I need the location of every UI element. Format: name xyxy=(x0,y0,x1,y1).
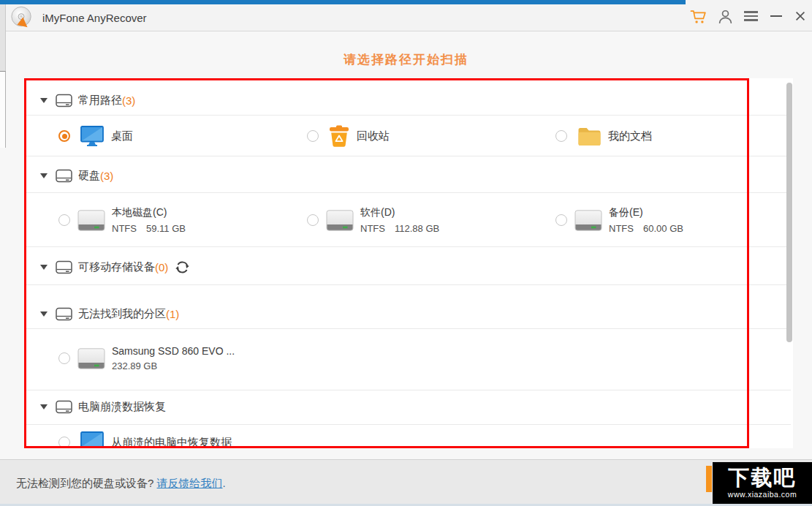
section-header-crash-recovery[interactable]: 电脑崩溃数据恢复 xyxy=(40,396,166,418)
path-item-recycle-bin[interactable]: 回收站 xyxy=(307,124,390,148)
drive-outline-icon xyxy=(56,307,72,321)
drive-outline-icon xyxy=(56,94,72,107)
drive-meta: NTFS59.11 GB xyxy=(112,223,186,234)
hdd-icon xyxy=(77,348,105,369)
divider xyxy=(26,390,791,390)
radio-recycle-bin[interactable] xyxy=(307,130,319,142)
hidden-button-sliver xyxy=(706,466,712,492)
item-label: 我的文档 xyxy=(608,129,652,143)
divider xyxy=(26,156,791,156)
drive-name: 备份(E) xyxy=(609,206,683,219)
watermark-title: 下载吧 xyxy=(729,467,797,488)
collapse-triangle-icon[interactable] xyxy=(40,311,48,317)
divider xyxy=(26,192,791,193)
capacity: 60.00 GB xyxy=(643,223,683,234)
drive-outline-icon xyxy=(56,400,72,414)
menu-icon[interactable] xyxy=(741,7,760,26)
collapse-triangle-icon[interactable] xyxy=(40,265,48,270)
section-count: (0) xyxy=(155,261,168,273)
hdd-icon xyxy=(77,210,105,231)
section-label: 无法找到我的分区 xyxy=(78,307,166,321)
section-header-lost-partitions[interactable]: 无法找到我的分区 (1) xyxy=(40,303,179,325)
capacity: 59.11 GB xyxy=(146,223,186,234)
feedback-link[interactable]: 请反馈给我们 xyxy=(157,477,223,489)
section-label: 可移动存储设备 xyxy=(78,260,155,274)
desktop-icon xyxy=(80,431,104,448)
radio-samsung-ssd[interactable] xyxy=(58,352,70,364)
item-label: 桌面 xyxy=(111,129,133,143)
app-logo-disc-icon xyxy=(10,6,34,29)
path-item-desktop[interactable]: 桌面 xyxy=(58,124,133,148)
item-label: 回收站 xyxy=(357,129,390,143)
filesystem: NTFS xyxy=(112,223,146,234)
footer-question: 无法检测到您的硬盘或设备? xyxy=(16,477,157,489)
section-label: 常用路径 xyxy=(78,94,122,107)
watermark-site: www.xiazaiba.com xyxy=(728,490,797,499)
scrollbar-thumb[interactable] xyxy=(786,83,792,342)
drive-meta: NTFS112.88 GB xyxy=(360,223,439,234)
radio-documents[interactable] xyxy=(555,130,567,142)
item-label: 从崩溃的电脑中恢复数据 xyxy=(111,436,232,448)
section-header-hard-disks[interactable]: 硬盘 (3) xyxy=(40,165,113,186)
path-item-crash-recovery-clipped[interactable]: 从崩溃的电脑中恢复数据 xyxy=(58,431,439,448)
section-count: (1) xyxy=(166,308,179,320)
anyrecover-window: iMyFone AnyRecover 请选择路径开始扫描 xyxy=(0,0,812,506)
section-header-common-paths[interactable]: 常用路径 (3) xyxy=(40,89,135,111)
drive-outline-icon xyxy=(56,169,72,183)
radio-drive-c[interactable] xyxy=(58,214,70,226)
divider xyxy=(26,424,791,425)
footer-message: 无法检测到您的硬盘或设备? 请反馈给我们. xyxy=(16,460,226,506)
folder-icon xyxy=(577,126,601,146)
section-count: (3) xyxy=(100,170,113,182)
drive-item-samsung-ssd[interactable]: Samsung SSD 860 EVO ... 232.89 GB xyxy=(58,337,235,380)
footer-period: . xyxy=(223,477,226,489)
left-edge-artifact-lower xyxy=(0,71,6,148)
xiazaiba-watermark: 下载吧 www.xiazaiba.com xyxy=(713,462,812,504)
radio-drive-e[interactable] xyxy=(555,214,567,226)
divider xyxy=(26,115,791,116)
drive-name: 软件(D) xyxy=(360,206,439,219)
left-edge-artifact xyxy=(0,4,6,71)
section-label: 硬盘 xyxy=(78,169,100,183)
capacity: 112.88 GB xyxy=(395,223,439,234)
divider xyxy=(26,246,791,247)
page-title: 请选择路径开始扫描 xyxy=(0,51,812,68)
divider xyxy=(26,328,791,329)
radio-desktop[interactable] xyxy=(58,130,70,142)
footer-bar: 无法检测到您的硬盘或设备? 请反馈给我们. xyxy=(0,459,812,506)
hdd-icon xyxy=(326,210,354,231)
collapse-triangle-icon[interactable] xyxy=(40,404,48,409)
minimize-icon[interactable] xyxy=(767,7,786,26)
refresh-icon[interactable] xyxy=(175,260,190,275)
close-icon[interactable] xyxy=(791,7,810,26)
drive-item-e[interactable]: 备份(E) NTFS60.00 GB xyxy=(555,199,683,241)
path-item-documents[interactable]: 我的文档 xyxy=(555,124,652,148)
recycle-bin-icon xyxy=(329,125,349,148)
drive-outline-icon xyxy=(56,260,72,274)
cart-icon[interactable] xyxy=(689,7,708,26)
collapse-triangle-icon[interactable] xyxy=(40,98,48,103)
hdd-icon xyxy=(574,210,602,231)
drive-meta: NTFS60.00 GB xyxy=(609,223,683,234)
drive-item-d[interactable]: 软件(D) NTFS112.88 GB xyxy=(307,199,439,241)
capacity: 232.89 GB xyxy=(112,360,235,371)
desktop-icon xyxy=(80,126,104,147)
drive-name: Samsung SSD 860 EVO ... xyxy=(112,345,235,357)
radio-drive-d[interactable] xyxy=(307,214,319,226)
filesystem: NTFS xyxy=(360,223,395,234)
divider xyxy=(26,284,791,285)
collapse-triangle-icon[interactable] xyxy=(40,173,48,178)
app-title: iMyFone AnyRecover xyxy=(42,4,147,31)
section-label: 电脑崩溃数据恢复 xyxy=(78,400,166,414)
path-item-crash-recovery[interactable]: 从崩溃的电脑中恢复数据 xyxy=(58,431,439,448)
section-header-removable-devices[interactable]: 可移动存储设备 (0) xyxy=(40,256,190,278)
user-icon[interactable] xyxy=(716,7,735,26)
drive-item-c[interactable]: 本地磁盘(C) NTFS59.11 GB xyxy=(58,199,186,241)
filesystem: NTFS xyxy=(609,223,643,234)
radio-crash-recovery[interactable] xyxy=(58,437,70,448)
section-count: (3) xyxy=(122,94,135,107)
drive-name: 本地磁盘(C) xyxy=(112,206,186,219)
